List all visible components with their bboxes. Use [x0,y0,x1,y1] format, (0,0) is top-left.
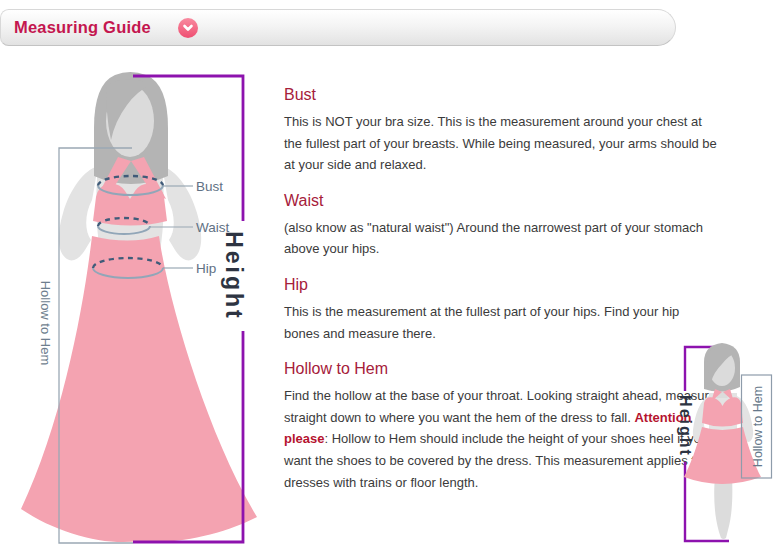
hip-description: This is the measurement at the fullest p… [284,301,718,344]
small-height-label: Height [677,395,694,457]
bust-label: Bust [196,179,223,194]
section-bust: Bust This is NOT your bra size. This is … [284,86,718,176]
hollow-to-hem-label: Hollow to Hem [38,281,53,366]
waist-description: (also know as "natural waist") Around th… [284,217,718,260]
measuring-guide-header[interactable]: Measuring Guide [0,9,676,46]
waist-heading: Waist [284,192,718,209]
figure-silhouette [59,72,201,260]
small-figure-legs [714,476,732,539]
hip-label: Hip [196,261,216,276]
hollow-to-hem-description: Find the hollow at the base of your thro… [284,385,718,493]
section-hollow-to-hem: Hollow to Hem Find the hollow at the bas… [284,360,718,493]
bust-heading: Bust [284,86,718,103]
small-hollow-to-hem-label: Hollow to Hem [751,386,765,467]
section-hip: Hip This is the measurement at the fulle… [284,276,718,344]
hollow-to-hem-heading: Hollow to Hem [284,360,718,377]
measuring-guide-page: Measuring Guide [0,0,778,553]
bust-description: This is NOT your bra size. This is the m… [284,111,718,176]
main-measurement-diagram: Bust Waist Hip Hollow to Hem Height [0,53,280,553]
chevron-down-icon[interactable] [178,18,198,38]
dress-illustration [21,157,257,542]
section-waist: Waist (also know as "natural waist") Aro… [284,192,718,260]
height-label: Height [221,231,247,321]
hip-heading: Hip [284,276,718,293]
page-title: Measuring Guide [14,18,151,37]
measuring-instructions: Bust This is NOT your bra size. This is … [284,86,718,509]
chevron-glyph [182,22,194,34]
hollow-text-after: : Hollow to Hem should include the heigh… [284,431,708,489]
small-measurement-diagram: Height Hollow to Hem [664,340,778,553]
